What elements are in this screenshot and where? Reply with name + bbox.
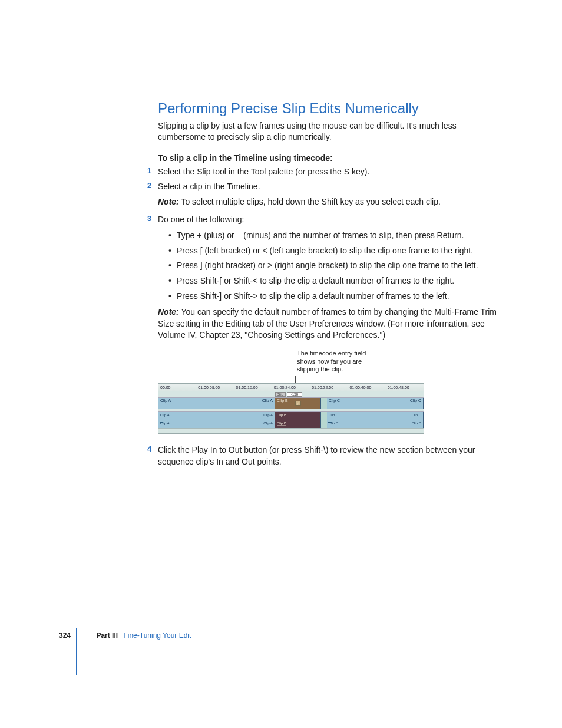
- bullet-item: Type + (plus) or – (minus) and the numbe…: [168, 230, 503, 242]
- step-number: 3: [147, 214, 151, 223]
- step-2-note: Note: To select multiple clips, hold dow…: [158, 196, 503, 208]
- ruler-tick: 01:00:24:00: [272, 386, 310, 390]
- step-3-bullets: Type + (plus) or – (minus) and the numbe…: [168, 230, 503, 302]
- note-label: Note:: [158, 197, 179, 206]
- ruler-tick: 01:00:32:00: [310, 386, 348, 390]
- step-text: Select a clip in the Timeline.: [158, 181, 503, 193]
- ruler-tick: 00:00: [158, 386, 196, 390]
- section-label: Fine-Tuning Your Edit: [123, 631, 191, 640]
- clip-a: Clip AClip A: [158, 398, 275, 409]
- timeline-panel: 00:00 01:00:08:00 01:00:16:00 01:00:24:0…: [158, 383, 424, 434]
- gap: [321, 398, 327, 409]
- clip-c: Clip CClip C: [327, 420, 424, 428]
- note-text: To select multiple clips, hold down the …: [179, 197, 441, 206]
- part-label: Part III: [96, 631, 118, 640]
- video-track-1: Clip AClip A Clip B⇄ Clip CClip C: [158, 398, 424, 409]
- callout-leader: [158, 376, 423, 383]
- gap: [321, 412, 327, 420]
- step-3-note: Note: You can specify the default number…: [158, 307, 503, 341]
- bullet-item: Press ] (right bracket) or > (right angl…: [168, 260, 503, 272]
- step-number: 1: [147, 166, 151, 175]
- step-text: Select the Slip tool in the Tool palette…: [158, 166, 503, 178]
- ruler-tick: 01:00:48:00: [386, 386, 424, 390]
- note-text: You can specify the default number of fr…: [158, 307, 497, 340]
- section-heading: Performing Precise Slip Edits Numericall…: [158, 100, 503, 117]
- page-number: 324: [59, 631, 71, 640]
- ruler-tick: 01:00:08:00: [196, 386, 234, 390]
- gap: [321, 420, 327, 428]
- slip-entry-field: Slip -150: [275, 391, 302, 397]
- ruler-tick: 01:00:40:00: [348, 386, 385, 390]
- audio-track-2: Clip AClip A Clip B Clip CClip C: [158, 420, 424, 429]
- step-1: 1 Select the Slip tool in the Tool palet…: [158, 166, 503, 178]
- intro-paragraph: Slipping a clip by just a few frames usi…: [158, 120, 503, 143]
- step-3: 3 Do one of the following: Type + (plus)…: [158, 214, 503, 341]
- slip-label: Slip: [275, 392, 286, 397]
- step-number: 2: [147, 181, 151, 190]
- step-text: Do one of the following:: [158, 214, 503, 226]
- clip-a: Clip AClip A: [158, 412, 275, 420]
- procedure-title: To slip a clip in the Timeline using tim…: [158, 153, 503, 163]
- note-label: Note:: [158, 307, 179, 317]
- slip-entry-bar: Slip -150: [158, 391, 424, 398]
- step-text: Click the Play In to Out button (or pres…: [158, 444, 503, 467]
- bullet-item: Press Shift-] or Shift-> to slip the cli…: [168, 291, 503, 302]
- step-number: 4: [147, 444, 151, 453]
- slip-value: -150: [287, 392, 302, 397]
- clip-c: Clip CClip C: [327, 398, 424, 409]
- bullet-item: Press Shift-[ or Shift-< to slip the cli…: [168, 275, 503, 287]
- audio-track-1: Clip AClip A Clip B Clip CClip C: [158, 412, 424, 420]
- clip-a: Clip AClip A: [158, 420, 275, 428]
- step-4: 4 Click the Play In to Out button (or pr…: [158, 444, 503, 467]
- clip-b: Clip B: [275, 412, 321, 420]
- figure-callout: The timecode entry field shows how far y…: [297, 350, 385, 374]
- ruler-tick: 01:00:16:00: [234, 386, 272, 390]
- clip-b: Clip B: [275, 420, 321, 428]
- clip-b: Clip B⇄: [275, 398, 321, 409]
- step-2: 2 Select a clip in the Timeline. Note: T…: [158, 181, 503, 207]
- page-footer: 324 Part III Fine-Tuning Your Edit: [59, 631, 191, 640]
- timeline-ruler: 00:00 01:00:08:00 01:00:16:00 01:00:24:0…: [158, 384, 424, 391]
- bullet-item: Press [ (left bracket) or < (left angle …: [168, 245, 503, 257]
- timeline-figure: The timecode entry field shows how far y…: [158, 350, 503, 434]
- clip-c: Clip CClip C: [327, 412, 424, 420]
- slip-handle-icon: ⇄: [295, 401, 301, 406]
